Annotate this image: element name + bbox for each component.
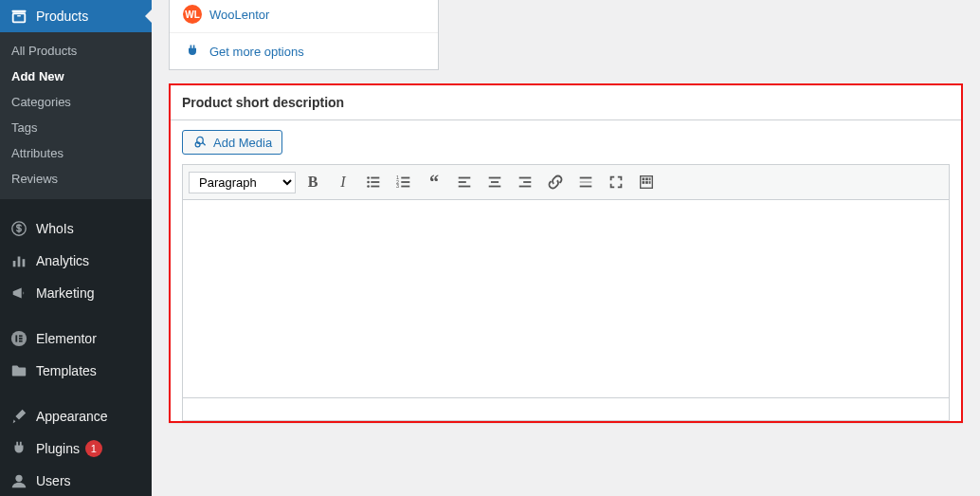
svg-rect-36 [580,181,592,183]
svg-rect-39 [643,178,645,181]
megaphone-icon [9,285,28,302]
woolentor-icon: WL [183,5,202,24]
sidebar-item-elementor[interactable]: Elementor [0,322,152,355]
svg-rect-26 [459,177,471,179]
svg-text:3: 3 [396,183,399,189]
svg-rect-30 [491,181,499,183]
svg-point-16 [367,181,370,184]
submenu-all-products[interactable]: All Products [0,38,152,64]
sidebar-item-label: Marketing [36,285,94,301]
builder-option-label: WooLentor [209,8,269,22]
svg-rect-23 [401,181,409,183]
sidebar-item-label: Products [36,9,88,24]
svg-rect-31 [489,186,501,188]
add-media-button[interactable]: Add Media [182,130,282,155]
svg-point-14 [367,176,370,179]
italic-button[interactable]: I [330,169,356,195]
sidebar-item-label: Plugins [36,441,80,456]
add-media-label: Add Media [213,136,272,150]
svg-rect-33 [523,181,531,183]
bold-button[interactable]: B [299,169,326,195]
svg-rect-15 [371,177,379,179]
sidebar-item-label: Templates [36,363,97,378]
svg-rect-29 [489,177,501,179]
editor-status-bar [182,398,950,421]
builder-option-more[interactable]: Get more options [170,32,438,69]
update-count-badge: 1 [85,440,102,457]
svg-rect-2 [17,15,21,16]
link-button[interactable] [542,169,569,195]
editor-toolbar: Paragraph B I 123 “ [182,164,950,199]
sidebar-item-label: Users [36,473,71,488]
brush-icon [9,408,28,425]
fullscreen-button[interactable] [603,169,629,195]
submenu-reviews[interactable]: Reviews [0,166,152,192]
editor-content-area[interactable] [182,199,950,398]
folder-icon [9,362,28,379]
svg-rect-43 [645,181,648,184]
svg-rect-42 [643,181,645,184]
sidebar-item-users[interactable]: Users [0,465,152,496]
sidebar-item-label: Elementor [36,331,97,346]
bullet-list-button[interactable] [360,169,387,195]
submenu-tags[interactable]: Tags [0,115,152,140]
svg-rect-6 [23,259,26,266]
user-icon [9,472,28,489]
admin-sidebar: Products All Products Add New Categories… [0,0,152,496]
svg-rect-8 [15,335,17,341]
metabox-title: Product short description [171,85,961,120]
products-submenu: All Products Add New Categories Tags Att… [0,32,152,199]
sidebar-item-appearance[interactable]: Appearance [0,400,152,432]
builder-option-label: Get more options [209,45,304,59]
svg-rect-9 [19,335,23,337]
insert-more-button[interactable] [572,169,599,195]
format-select[interactable]: Paragraph [189,172,296,193]
svg-rect-10 [19,338,23,340]
plug-small-icon [183,42,202,61]
sidebar-item-whois[interactable]: WhoIs [0,212,152,245]
number-list-button[interactable]: 123 [390,169,417,195]
svg-rect-21 [401,177,409,179]
svg-rect-27 [459,181,466,183]
sidebar-item-marketing[interactable]: Marketing [0,277,152,309]
blockquote-button[interactable]: “ [421,169,447,195]
svg-rect-19 [371,186,379,188]
toolbar-toggle-button[interactable] [633,169,660,195]
short-description-metabox: Product short description Add Media Para… [169,83,963,423]
svg-point-18 [367,185,370,188]
svg-rect-28 [459,186,471,188]
sidebar-item-products[interactable]: Products [0,0,152,32]
sidebar-item-label: WhoIs [36,221,74,236]
builder-option-woolentor[interactable]: WL WooLentor [170,0,438,32]
submenu-add-new[interactable]: Add New [0,64,152,89]
svg-rect-4 [13,261,16,266]
plug-icon [9,440,28,457]
svg-rect-41 [649,178,651,181]
align-center-button[interactable] [481,169,508,195]
align-right-button[interactable] [512,169,538,195]
svg-rect-40 [645,178,648,181]
elementor-icon [9,330,28,347]
submenu-categories[interactable]: Categories [0,89,152,115]
submenu-attributes[interactable]: Attributes [0,140,152,166]
bar-chart-icon [9,252,28,269]
svg-rect-35 [580,177,592,179]
archive-icon [9,8,28,25]
svg-rect-0 [12,10,26,13]
sidebar-item-label: Appearance [36,409,108,424]
svg-rect-44 [649,181,651,184]
svg-rect-17 [371,181,379,183]
align-left-button[interactable] [451,169,478,195]
svg-rect-34 [519,186,532,188]
svg-point-12 [15,475,22,482]
sidebar-item-analytics[interactable]: Analytics [0,245,152,277]
media-icon [192,135,208,150]
svg-rect-11 [19,340,23,342]
sidebar-item-plugins[interactable]: Plugins 1 [0,432,152,465]
sidebar-item-templates[interactable]: Templates [0,355,152,387]
svg-rect-32 [519,177,532,179]
svg-rect-1 [13,13,26,22]
svg-rect-37 [580,186,592,188]
svg-rect-25 [401,186,409,188]
dollar-icon [9,220,28,237]
